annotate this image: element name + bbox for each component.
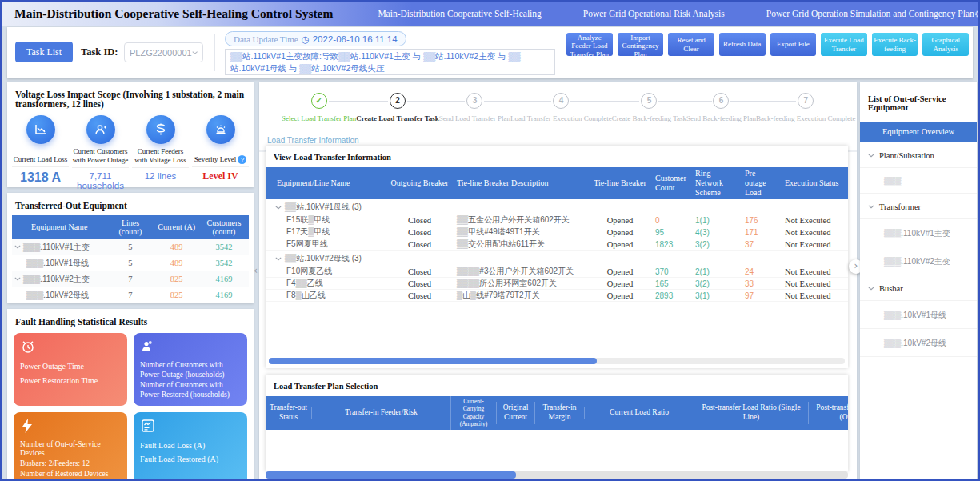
step-3[interactable]: 3 Send Load Transfer Plan: [439, 93, 510, 122]
step-7[interactable]: 7 Back-feeding Execution Complete: [756, 93, 855, 122]
group-name: ▒▒站.10kV#1母线 (3): [285, 202, 362, 213]
feeder-name: F5网夏甲线: [266, 238, 386, 250]
table-row[interactable]: F5网夏甲线 Closed ▒▒交公用配电站611开关 Opened 1823 …: [266, 238, 848, 251]
table-row[interactable]: ▒▒▒.110kV#1主变 5 489 3542: [12, 239, 249, 255]
caret-down-icon[interactable]: [14, 277, 21, 281]
tile-outage-time: Power Outage Time Power Restoration Time: [14, 333, 127, 406]
step-6[interactable]: 6 Send Back-feeding Plan: [686, 93, 756, 122]
customers-value: 3542: [199, 242, 249, 252]
nav-simulation[interactable]: Power Grid Operation Simulation and Cont…: [766, 9, 974, 18]
export-file-button[interactable]: Export File: [770, 33, 817, 56]
table-row[interactable]: ▒▒▒.10kV#2母线 7 825 4169: [12, 287, 249, 303]
group-row[interactable]: ▒▒站.10kV#1母线 (3): [266, 199, 848, 214]
pre-outage-load: 33: [742, 279, 782, 288]
tie-line-breaker: Opened: [588, 279, 652, 288]
tree-leaf[interactable]: ▒▒▒.110kV#2主变: [860, 247, 977, 275]
group-row[interactable]: ▒▒站.10kV#2母线 (3): [266, 251, 848, 266]
step-2[interactable]: 2 Create Load Transfer Task: [356, 93, 439, 122]
graphical-analysis-button[interactable]: Graphical Analysis: [922, 33, 969, 56]
tree-group-busbar[interactable]: Busbar: [860, 275, 977, 301]
execute-load-transfer-button[interactable]: Execute Load Transfer: [821, 33, 867, 56]
transferred-out-card: Transferred-Out Equipment Equipment Name…: [7, 193, 254, 303]
tree-leaf[interactable]: ▒▒▒: [860, 168, 977, 194]
tree-group-substation[interactable]: Plant/Substation: [860, 142, 977, 168]
execution-status: Not Executed: [782, 228, 848, 237]
refresh-data-button[interactable]: Refresh Data: [719, 33, 766, 56]
fault-description-textarea[interactable]: ▒▒站.110kV#1主变故障:导致▒▒站.110kV#1主变 与 ▒▒站.11…: [225, 49, 555, 75]
tie-line-desc: ▒山▒线#79塔79T2开关: [454, 290, 588, 301]
col-equipment-name: Equipment Name: [12, 222, 106, 233]
tie-line-desc: ▒▒甲线#49塔49T1开关: [454, 226, 588, 238]
step-4[interactable]: 4 Load Transfer Execution Complete: [510, 93, 612, 122]
step-circle: ✓: [311, 93, 327, 109]
tree-group-label: Plant/Substation: [879, 151, 934, 160]
table-row[interactable]: F4▒▒乙线 Closed ▒▒▒▒所公用环网室602开关 Opened 165…: [266, 278, 848, 290]
nav-risk-analysis[interactable]: Power Grid Operational Risk Analysis: [583, 9, 725, 18]
table-row[interactable]: F8▒山乙线 Closed ▒山▒线#79塔79T2开关 Opened 2893…: [266, 290, 848, 302]
step-label: Select Load Transfer Plan: [282, 114, 356, 122]
step-label: Back-feeding Execution Complete: [756, 114, 855, 122]
step-circle: 7: [798, 93, 814, 109]
tile-text: Number of Restored Devices: [20, 470, 121, 479]
customers-icon: [140, 339, 241, 358]
execute-back-feeding-button[interactable]: Execute Back-feeding: [872, 33, 918, 56]
stat-label: Severity Level ?: [192, 147, 249, 167]
caret-down-icon[interactable]: [868, 205, 874, 209]
import-contingency-plan-button[interactable]: Import Contingency Plan: [618, 33, 664, 56]
table-row[interactable]: F15联▒甲线 Closed ▒▒五金公用户外开关箱602开关 Opened 0…: [266, 214, 848, 226]
caret-down-icon[interactable]: [275, 257, 282, 261]
collapse-left-arrow[interactable]: ‹: [254, 264, 258, 276]
current-value: 825: [154, 290, 199, 300]
customer-count: 0: [652, 216, 692, 225]
stepper: ✓ Select Load Transfer Plan 2 Create Loa…: [259, 82, 857, 122]
equipment-overview-header[interactable]: Equipment Overview: [860, 122, 977, 142]
analyze-feeder-plan-button[interactable]: Analyze Feeder Load Transfer Plan: [566, 33, 613, 56]
ring-network-scheme: 3(1): [692, 291, 742, 300]
help-icon[interactable]: ?: [238, 155, 246, 164]
task-list-button[interactable]: Task List: [15, 42, 73, 62]
col-lines-count: Lines (count): [106, 218, 154, 238]
tile-text: Number of Out-of-Service Devices: [20, 440, 121, 459]
col-original-current: Original Current: [496, 402, 534, 424]
equipment-name: ▒▒▒.10kV#1母线: [26, 258, 89, 269]
tree-leaf[interactable]: ▒▒▒.10kV#1母线: [860, 301, 977, 329]
col-pre-outage-load: Pre-outage Load: [742, 167, 782, 199]
gear-icon[interactable]: ⚙: [974, 8, 980, 20]
step-label: Create Back-feeding Task: [612, 114, 686, 122]
col-customers-count: Customers (count): [199, 218, 249, 238]
bolt-icon: [20, 418, 121, 437]
step-label: Send Back-feeding Plan: [686, 114, 756, 122]
horizontal-scrollbar[interactable]: [266, 471, 848, 479]
pre-outage-load: 176: [742, 216, 782, 225]
reset-and-clear-button[interactable]: Reset and Clear: [668, 33, 714, 56]
tree-leaf[interactable]: ▒▒▒.10kV#2母线: [860, 329, 977, 357]
toolbar: Task List Task ID: PLZG22000001 Data Upd…: [7, 27, 973, 78]
caret-down-icon[interactable]: [868, 154, 874, 158]
caret-down-icon[interactable]: [275, 206, 282, 210]
execution-status: Not Executed: [782, 279, 848, 288]
horizontal-scrollbar[interactable]: [269, 358, 845, 364]
caret-down-icon[interactable]: [14, 245, 21, 249]
caret-down-icon[interactable]: [868, 287, 874, 291]
tree-leaf[interactable]: ▒▒▒.110kV#1主变: [860, 219, 977, 247]
out-of-service-title: List of Out-of-Service Equipment: [860, 82, 977, 122]
tie-line-desc: ▒▒▒▒所公用环网室602开关: [454, 278, 588, 289]
stat-label: Current Customers with Power Outage: [72, 147, 129, 168]
table-row[interactable]: ▒▒▒.10kV#1母线 5 489 3542: [12, 255, 249, 271]
stat-value: 7,711 households: [72, 171, 129, 190]
tile-fault-load: Fault Load Loss (A) Fault Load Restored …: [134, 412, 247, 481]
feeder-name: F8▒山乙线: [266, 290, 386, 301]
table-row[interactable]: F10网夏乙线 Closed ▒▒▒▒#3公用户外开关箱602开关 Opened…: [266, 266, 848, 278]
stat-value: 12 lines: [132, 171, 189, 181]
table-row[interactable]: F17天▒甲线 Closed ▒▒甲线#49塔49T1开关 Opened 95 …: [266, 226, 848, 238]
step-circle: 2: [390, 93, 406, 109]
tree-group-transformer[interactable]: Transformer: [860, 194, 977, 219]
step-5[interactable]: 5 Create Back-feeding Task: [612, 93, 686, 122]
ring-network-scheme: 3(2): [692, 240, 742, 249]
task-id-select[interactable]: PLZG22000001: [124, 42, 203, 62]
load-transfer-info-title: View Load Transfer Information: [266, 146, 848, 167]
nav-self-healing[interactable]: Main-Distribution Cooperative Self-Heali…: [378, 9, 541, 18]
step-1[interactable]: ✓ Select Load Transfer Plan: [282, 93, 356, 122]
table-row[interactable]: ▒▒▒.110kV#2主变 7 825 4169: [12, 271, 249, 287]
load-transfer-info-card: View Load Transfer Information Equipment…: [266, 146, 848, 368]
